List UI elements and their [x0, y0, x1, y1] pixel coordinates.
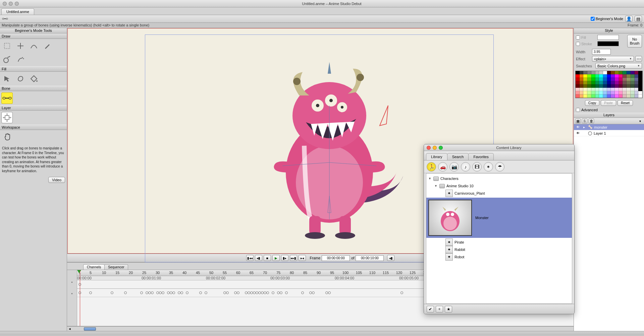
keyframe[interactable] — [234, 291, 237, 294]
palette-swatch[interactable] — [638, 94, 642, 98]
keyframe[interactable] — [277, 291, 280, 294]
palette-swatch[interactable] — [576, 91, 580, 94]
keyframe[interactable] — [309, 291, 312, 294]
zoom-icon[interactable] — [439, 146, 443, 150]
library-icon[interactable]: ▤ — [635, 16, 642, 22]
palette-swatch[interactable] — [595, 88, 599, 91]
stroke-color-swatch[interactable] — [597, 41, 619, 46]
palette-swatch[interactable] — [583, 71, 587, 74]
freehand-tool[interactable] — [42, 40, 53, 52]
palette-swatch[interactable] — [603, 94, 607, 98]
palette-swatch[interactable] — [615, 94, 619, 98]
keyframe[interactable] — [151, 291, 154, 294]
beginners-mode-checkbox[interactable] — [591, 17, 595, 21]
palette-swatch[interactable] — [627, 84, 631, 88]
palette-swatch[interactable] — [615, 71, 619, 74]
keyframe[interactable] — [140, 291, 143, 294]
fill-checkbox[interactable] — [576, 36, 580, 40]
layer-menu-icon[interactable]: ▾ — [638, 119, 643, 123]
palette-swatch[interactable] — [615, 84, 619, 88]
monster-character[interactable] — [256, 55, 417, 243]
palette-swatch[interactable] — [631, 84, 635, 88]
palette-swatch[interactable] — [603, 78, 607, 81]
scrollbar-thumb[interactable] — [84, 327, 96, 331]
palette-swatch[interactable] — [583, 81, 587, 84]
keyframe[interactable] — [124, 291, 127, 294]
playhead[interactable] — [80, 270, 80, 326]
keyframe[interactable] — [180, 291, 183, 294]
keyframe[interactable] — [223, 291, 226, 294]
palette-swatch[interactable] — [576, 78, 580, 81]
palette-swatch[interactable] — [591, 74, 595, 78]
playhead-marker-icon[interactable] — [77, 270, 81, 273]
tree-row[interactable]: ✦Pirate — [426, 239, 572, 246]
keyframe[interactable] — [162, 291, 164, 294]
palette-swatch[interactable] — [603, 91, 607, 94]
palette-swatch[interactable] — [591, 78, 595, 81]
category-video-icon[interactable]: 🎞 — [472, 162, 482, 172]
category-characters-icon[interactable]: 🏃 — [427, 162, 436, 172]
minimize-window-icon[interactable] — [9, 2, 13, 6]
palette-swatch[interactable] — [580, 91, 584, 94]
keyframe[interactable] — [312, 291, 315, 294]
palette-swatch[interactable] — [631, 91, 635, 94]
palette-swatch[interactable] — [615, 91, 619, 94]
keyframe[interactable] — [285, 291, 288, 294]
palette-swatch[interactable] — [638, 78, 642, 81]
keyframe[interactable] — [301, 291, 304, 294]
keyframe[interactable] — [167, 291, 170, 294]
palette-swatch[interactable] — [599, 74, 603, 78]
tab-sequencer[interactable]: Sequencer — [104, 264, 128, 270]
keyframe[interactable] — [226, 291, 229, 294]
library-tree[interactable]: ▼Characters▼Anime Studio 10✦Carnivorous_… — [426, 173, 572, 304]
palette-swatch[interactable] — [638, 81, 642, 84]
color-palette[interactable] — [575, 71, 643, 98]
effect-dropdown[interactable]: <plain> — [592, 56, 634, 62]
keyframe[interactable] — [111, 291, 113, 294]
palette-swatch[interactable] — [627, 78, 631, 81]
palette-swatch[interactable] — [611, 71, 615, 74]
palette-swatch[interactable] — [583, 74, 587, 78]
palette-swatch[interactable] — [580, 94, 584, 98]
transform-layer-tool[interactable] — [1, 112, 13, 123]
tab-library[interactable]: Library — [426, 153, 447, 160]
palette-swatch[interactable] — [599, 91, 603, 94]
palette-swatch[interactable] — [631, 81, 635, 84]
palette-swatch[interactable] — [638, 84, 642, 88]
palette-swatch[interactable] — [623, 71, 627, 74]
palette-swatch[interactable] — [627, 71, 631, 74]
palette-swatch[interactable] — [611, 94, 615, 98]
palette-swatch[interactable] — [576, 94, 580, 98]
visibility-icon[interactable]: 👁 — [575, 131, 580, 136]
palette-swatch[interactable] — [603, 71, 607, 74]
scatter-tool[interactable] — [15, 54, 26, 65]
keyframe[interactable] — [256, 291, 258, 294]
keyframe[interactable] — [253, 291, 256, 294]
palette-swatch[interactable] — [599, 71, 603, 74]
palette-swatch[interactable] — [587, 78, 591, 81]
palette-swatch[interactable] — [587, 94, 591, 98]
palette-swatch[interactable] — [576, 74, 580, 78]
copy-style-button[interactable]: Copy — [585, 100, 599, 106]
keyframe[interactable] — [400, 291, 403, 294]
palette-swatch[interactable] — [587, 91, 591, 94]
palette-swatch[interactable] — [607, 84, 611, 88]
manipulate-bones-tool[interactable] — [1, 92, 13, 104]
palette-swatch[interactable] — [587, 74, 591, 78]
keyframe[interactable] — [159, 291, 162, 294]
palette-swatch[interactable] — [619, 81, 623, 84]
keyframe[interactable] — [170, 291, 172, 294]
fill-color-swatch[interactable] — [597, 35, 619, 40]
palette-swatch[interactable] — [611, 81, 615, 84]
category-props-icon[interactable]: ☂ — [495, 162, 504, 172]
palette-swatch[interactable] — [638, 88, 642, 91]
add-point-tool[interactable] — [15, 40, 26, 52]
palette-swatch[interactable] — [638, 91, 642, 94]
palette-swatch[interactable] — [607, 81, 611, 84]
palette-swatch[interactable] — [615, 88, 619, 91]
keyframe[interactable] — [261, 291, 264, 294]
tree-row[interactable]: ✦Rabbit — [426, 246, 572, 253]
palette-swatch[interactable] — [635, 91, 639, 94]
keyframe[interactable] — [250, 291, 253, 294]
category-effects-icon[interactable]: ✶ — [484, 162, 493, 172]
